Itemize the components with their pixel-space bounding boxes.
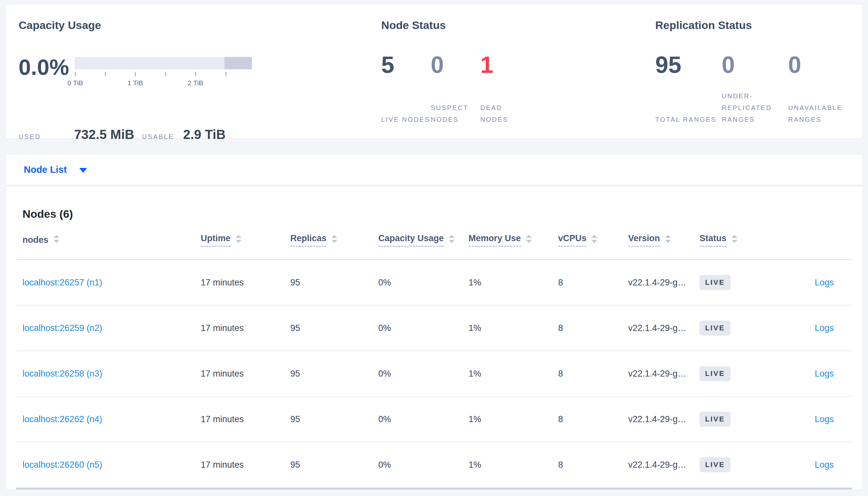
- unavailable-ranges-stat: 0 UNAVAILABLE RANGES: [788, 53, 855, 125]
- total-ranges-label: TOTAL RANGES: [655, 113, 722, 125]
- status-badge: LIVE: [700, 366, 731, 381]
- node-link[interactable]: localhost:26259 (n2): [23, 323, 102, 333]
- capacity-cell: 0%: [378, 278, 468, 288]
- horizontal-scrollbar[interactable]: [16, 488, 852, 490]
- axis-tick-label: 1 TiB: [128, 79, 143, 87]
- sort-icon[interactable]: [331, 235, 337, 243]
- logs-link[interactable]: Logs: [814, 369, 834, 378]
- vcpus-cell: 8: [558, 460, 628, 470]
- version-cell: v22.1.4-29-g…: [628, 460, 700, 470]
- memory-cell: 1%: [468, 414, 558, 424]
- suspect-nodes-value: 0: [431, 53, 480, 77]
- under-replicated-ranges-stat: 0 UNDER-REPLICATED RANGES: [722, 53, 788, 125]
- node-list-dropdown[interactable]: Node List: [24, 164, 87, 175]
- status-badge: LIVE: [700, 457, 731, 472]
- used-value: 732.5 MiB: [74, 127, 134, 142]
- node-link[interactable]: localhost:26260 (n5): [23, 460, 102, 470]
- table-row: localhost:26258 (n3) 17 minutes 95 0% 1%…: [16, 351, 852, 397]
- table-row: localhost:26260 (n5) 17 minutes 95 0% 1%…: [16, 442, 852, 488]
- replicas-cell: 95: [290, 278, 378, 288]
- node-list-dropdown-label[interactable]: Node List: [24, 164, 67, 175]
- version-cell: v22.1.4-29-g…: [628, 369, 700, 379]
- sort-icon[interactable]: [665, 235, 671, 243]
- version-cell: v22.1.4-29-g…: [628, 323, 700, 333]
- dead-nodes-label: DEAD NODES: [480, 102, 530, 125]
- nodes-table-title: Nodes (6): [23, 207, 852, 220]
- status-badge: LIVE: [700, 275, 731, 290]
- logs-link[interactable]: Logs: [814, 323, 834, 333]
- total-ranges-value: 95: [655, 53, 722, 77]
- unavailable-ranges-label: UNAVAILABLE RANGES: [788, 102, 855, 125]
- column-header-version[interactable]: Version: [628, 233, 700, 247]
- sort-icon[interactable]: [732, 235, 737, 243]
- suspect-nodes-stat: 0 SUSPECT NODES: [431, 53, 480, 125]
- live-nodes-label: LIVE NODES: [381, 113, 431, 125]
- node-link[interactable]: localhost:26262 (n4): [23, 414, 102, 424]
- axis-tick: [195, 72, 196, 77]
- live-nodes-stat: 5 LIVE NODES: [381, 53, 431, 125]
- sort-icon[interactable]: [236, 235, 241, 243]
- capacity-cell: 0%: [378, 369, 468, 379]
- sort-icon[interactable]: [592, 235, 597, 243]
- capacity-bar-chart: 0 TiB 1 TiB 2 TiB: [75, 57, 252, 96]
- capacity-bar-usable: [75, 57, 252, 69]
- vcpus-cell: 8: [558, 369, 628, 379]
- capacity-cell: 0%: [378, 414, 468, 424]
- vcpus-cell: 8: [558, 414, 628, 424]
- uptime-cell: 17 minutes: [201, 414, 290, 424]
- memory-cell: 1%: [468, 323, 558, 333]
- total-ranges-stat: 95 TOTAL RANGES: [655, 53, 722, 125]
- uptime-cell: 17 minutes: [201, 460, 290, 470]
- table-header-row: nodes Uptime Replicas Capacity Usage Mem…: [16, 220, 852, 260]
- axis-tick: [165, 72, 166, 77]
- table-row: localhost:26262 (n4) 17 minutes 95 0% 1%…: [16, 397, 852, 442]
- replicas-cell: 95: [290, 323, 378, 333]
- status-badge: LIVE: [700, 412, 731, 427]
- memory-cell: 1%: [468, 278, 558, 288]
- logs-link[interactable]: Logs: [814, 278, 834, 288]
- capacity-usage-title: Capacity Usage: [18, 18, 299, 32]
- axis-tick: [225, 72, 226, 77]
- axis-tick: [105, 72, 106, 77]
- capacity-used-percent: 0.0%: [18, 56, 75, 78]
- version-cell: v22.1.4-29-g…: [628, 278, 700, 288]
- column-header-status[interactable]: Status: [700, 233, 769, 247]
- column-header-capacity-usage[interactable]: Capacity Usage: [378, 233, 468, 247]
- suspect-nodes-label: SUSPECT NODES: [431, 102, 480, 125]
- axis-tick: [135, 72, 136, 77]
- column-header-nodes[interactable]: nodes: [23, 235, 201, 245]
- column-header-uptime[interactable]: Uptime: [201, 233, 290, 247]
- uptime-cell: 17 minutes: [201, 278, 290, 288]
- under-replicated-ranges-value: 0: [722, 53, 788, 77]
- capacity-cell: 0%: [378, 323, 468, 333]
- nodes-table-panel: Nodes (6) nodes Uptime Replicas Capacity…: [5, 186, 863, 489]
- node-link[interactable]: localhost:26258 (n3): [23, 369, 102, 378]
- capacity-usage-section: Capacity Usage 0.0% 0 TiB 1 TiB 2 TiB US…: [18, 18, 299, 142]
- sort-icon[interactable]: [449, 235, 454, 243]
- sort-icon[interactable]: [526, 235, 532, 243]
- table-row: localhost:26259 (n2) 17 minutes 95 0% 1%…: [16, 306, 852, 351]
- replicas-cell: 95: [290, 369, 378, 379]
- node-status-title: Node Status: [381, 18, 530, 32]
- node-link[interactable]: localhost:26257 (n1): [23, 278, 102, 288]
- replication-status-title: Replication Status: [655, 18, 855, 32]
- replicas-cell: 95: [290, 414, 378, 424]
- replication-status-section: Replication Status 95 TOTAL RANGES 0 UND…: [655, 18, 855, 125]
- column-header-replicas[interactable]: Replicas: [290, 233, 378, 247]
- axis-tick-label: 0 TiB: [68, 79, 83, 87]
- vcpus-cell: 8: [558, 323, 628, 333]
- column-header-memory-use[interactable]: Memory Use: [468, 233, 558, 247]
- caret-down-icon: [79, 168, 87, 173]
- under-replicated-ranges-label: UNDER-REPLICATED RANGES: [722, 90, 788, 125]
- table-row: localhost:26257 (n1) 17 minutes 95 0% 1%…: [16, 260, 852, 306]
- uptime-cell: 17 minutes: [201, 323, 290, 333]
- used-label: USED: [18, 133, 41, 141]
- logs-link[interactable]: Logs: [814, 460, 834, 470]
- version-cell: v22.1.4-29-g…: [628, 414, 700, 424]
- status-badge: LIVE: [700, 321, 731, 336]
- column-header-vcpus[interactable]: vCPUs: [558, 233, 628, 247]
- memory-cell: 1%: [468, 369, 558, 379]
- sort-icon[interactable]: [54, 235, 59, 243]
- axis-tick-label: 2 TiB: [188, 79, 203, 87]
- logs-link[interactable]: Logs: [814, 414, 834, 424]
